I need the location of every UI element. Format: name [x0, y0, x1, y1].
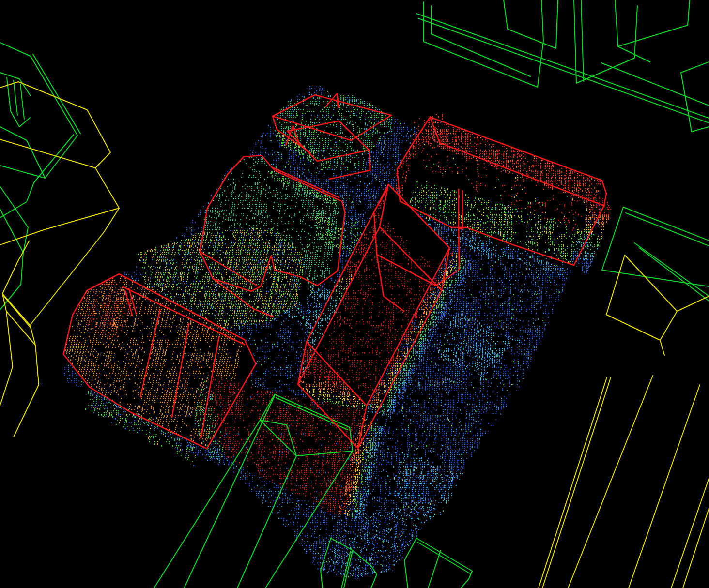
lidar-viewer	[0, 0, 709, 588]
point-cloud-viewport[interactable]	[0, 0, 709, 588]
